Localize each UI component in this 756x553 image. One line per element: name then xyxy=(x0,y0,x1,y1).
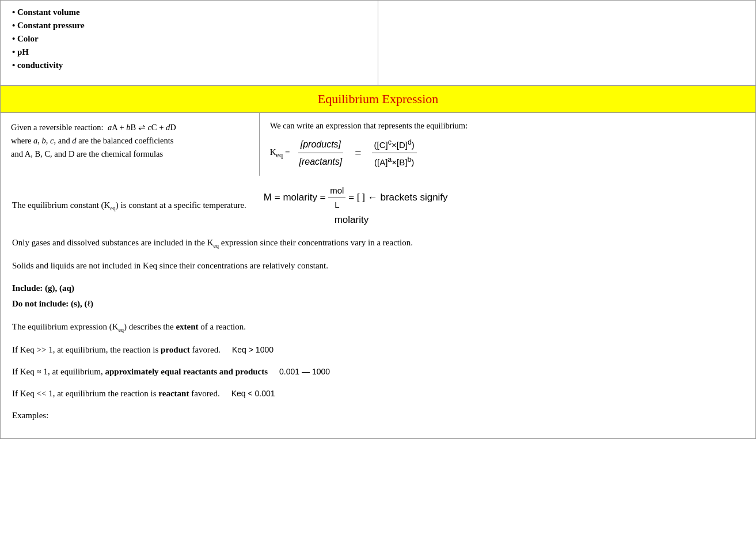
p6-text: If Keq ≈ 1, at equilibrium, approximatel… xyxy=(12,365,268,378)
and-text: and A, B, C, and D are the chemical form… xyxy=(11,147,249,161)
p6-handwritten: 0.001 — 1000 xyxy=(279,365,330,378)
list-item-constant-pressure: Constant pressure xyxy=(12,21,366,31)
include-line: Include: (g), (aq) xyxy=(12,281,744,296)
para-approx-equal: If Keq ≈ 1, at equilibrium, approximatel… xyxy=(12,365,744,378)
top-right-panel xyxy=(378,1,755,85)
top-left-panel: Constant volume Constant pressure Color … xyxy=(1,1,378,85)
handwritten-molarity: M = molarity = mol L = [ ] ← brackets si… xyxy=(264,184,448,228)
top-section: Constant volume Constant pressure Color … xyxy=(0,0,756,85)
equilibrium-header: Equilibrium Expression xyxy=(0,85,756,113)
p7-text: If Keq << 1, at equilibrium the reaction… xyxy=(12,387,220,400)
list-item-ph: pH xyxy=(12,47,366,57)
p7-handwritten: Keq < 0.001 xyxy=(231,387,275,400)
p5-handwritten: Keq > 1000 xyxy=(232,343,273,356)
para-product-favored: If Keq >> 1, at equilibrium, the reactio… xyxy=(12,343,744,357)
denominator-reactants: [reactants] xyxy=(297,153,345,169)
reaction-text: Given a reversible reaction: aA + bB ⇌ c… xyxy=(11,121,249,134)
list-item-constant-volume: Constant volume xyxy=(12,7,366,17)
constant-properties-list: Constant volume Constant pressure Color … xyxy=(12,7,366,70)
do-not-include-line: Do not include: (s), (ℓ) xyxy=(12,296,744,312)
main-content: The equilibrium constant (Keq) is consta… xyxy=(0,176,756,439)
para-keq-constant: The equilibrium constant (Keq) is consta… xyxy=(12,184,744,228)
include-block: Include: (g), (aq) Do not include: (s), … xyxy=(12,281,744,312)
formal-denominator: ([A]a×[B]b) xyxy=(372,153,416,170)
para-extent: The equilibrium expression (Keq) describ… xyxy=(12,320,744,335)
examples-label: Examples: xyxy=(12,408,744,422)
para-reactant-favored: If Keq << 1, at equilibrium the reaction… xyxy=(12,387,744,400)
eq-intro-text: We can write an expression that represen… xyxy=(270,119,745,133)
para-solids-liquids: Solids and liquids are not included in K… xyxy=(12,259,744,272)
equilibrium-table: Given a reversible reaction: aA + bB ⇌ c… xyxy=(0,113,756,176)
list-item-color: Color xyxy=(12,34,366,44)
p5-text: If Keq >> 1, at equilibrium, the reactio… xyxy=(12,343,221,357)
keq-label: Keq = xyxy=(270,145,290,161)
where-text: where a, b, c, and d are the balanced co… xyxy=(11,134,249,147)
keq-formula: Keq = [products] [reactants] = ([C]c×[D]… xyxy=(270,137,745,170)
formal-numerator: ([C]c×[D]d) xyxy=(372,137,417,154)
equals-sign: = xyxy=(355,143,361,163)
formal-fraction: ([C]c×[D]d) ([A]a×[B]b) xyxy=(372,137,417,170)
list-item-conductivity: conductivity xyxy=(12,60,366,70)
eq-table-right: We can write an expression that represen… xyxy=(260,113,755,176)
para-gases-dissolved: Only gases and dissolved substances are … xyxy=(12,236,744,251)
para1-text: The equilibrium constant (Keq) is consta… xyxy=(12,198,246,213)
handwritten-fraction: [products] [reactants] xyxy=(297,137,345,169)
eq-table-left: Given a reversible reaction: aA + bB ⇌ c… xyxy=(1,113,260,176)
numerator-products: [products] xyxy=(298,137,343,153)
